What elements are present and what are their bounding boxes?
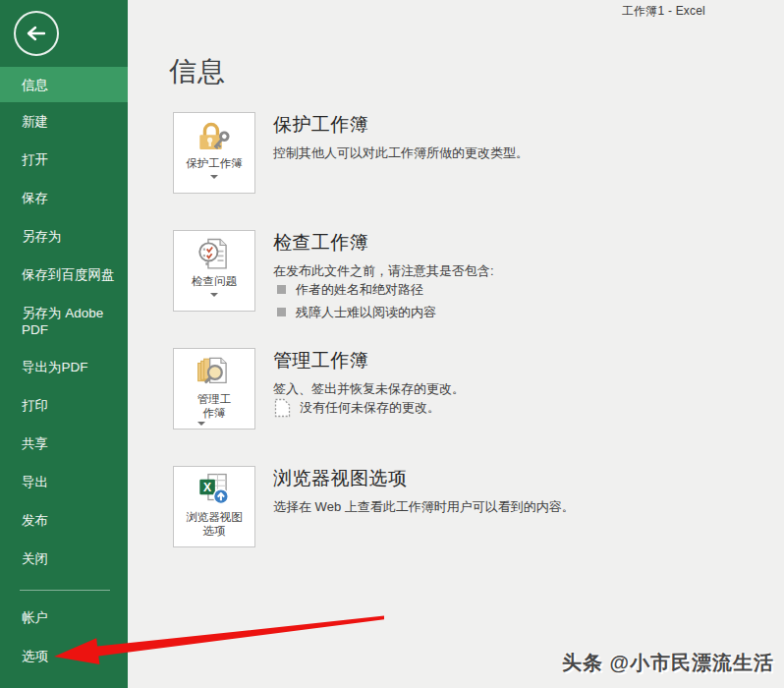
sidebar-item-save-to-baidu-netdisk[interactable]: 保存到百度网盘 — [0, 256, 128, 294]
unsaved-doc-icon — [274, 398, 291, 418]
excel-backstage-view: 工作簿1 - Excel 信息 新建 打开 保存 另存为 保存到百度网盘 另存为… — [0, 0, 784, 688]
sidebar-item-share[interactable]: 共享 — [0, 425, 128, 463]
list-item-text: 残障人士难以阅读的内容 — [296, 304, 436, 321]
dropdown-caret-icon — [210, 293, 218, 297]
manage-workbook-button[interactable]: 管理工 作簿 — [173, 348, 255, 430]
section-description: 控制其他人可以对此工作簿所做的更改类型。 — [273, 144, 529, 162]
sidebar-item-options[interactable]: 选项 — [0, 637, 128, 675]
sidebar-item-save[interactable]: 保存 — [0, 179, 128, 217]
section-heading: 浏览器视图选项 — [273, 466, 408, 491]
sidebar-item-label: 关闭 — [22, 550, 48, 567]
lock-key-icon — [196, 118, 233, 155]
dropdown-caret-icon — [210, 175, 218, 179]
sidebar-item-label: 导出 — [22, 474, 48, 490]
button-label: 检查问题 — [192, 274, 237, 288]
sidebar-item-new[interactable]: 新建 — [0, 102, 128, 141]
watermark: 头条 @小市民漂流生活 — [562, 650, 774, 676]
browser-view-options-button[interactable]: X 浏览器视图 选项 — [173, 466, 255, 547]
inspect-issues-list: 作者的姓名和绝对路径 残障人士难以阅读的内容 — [277, 281, 436, 326]
sidebar-item-label: 导出为PDF — [22, 359, 88, 375]
sidebar-item-label: 信息 — [22, 77, 48, 93]
section-description: 在发布此文件之前，请注意其是否包含: — [273, 262, 494, 280]
sidebar-item-close[interactable]: 关闭 — [0, 540, 128, 578]
check-for-issues-button[interactable]: 检查问题 — [173, 230, 255, 312]
sidebar-item-print[interactable]: 打印 — [0, 386, 128, 425]
sidebar-item-label: 发布 — [22, 512, 48, 529]
section-inspect-workbook: 检查问题 检查工作簿 在发布此文件之前，请注意其是否包含: 作者的姓名和绝对路径… — [173, 230, 723, 340]
button-label: 管理工 作簿 — [197, 392, 232, 426]
sidebar-item-label: 选项 — [22, 648, 48, 664]
back-button[interactable] — [14, 11, 59, 56]
section-protect-workbook: 保护工作簿 保护工作簿 控制其他人可以对此工作簿所做的更改类型。 — [173, 112, 723, 222]
browser-view-icon: X — [196, 472, 233, 509]
window-title: 工作簿1 - Excel — [622, 3, 705, 20]
section-heading: 保护工作簿 — [273, 112, 369, 138]
list-item: 作者的姓名和绝对路径 — [277, 281, 436, 304]
protect-workbook-button[interactable]: 保护工作簿 — [173, 112, 255, 194]
sidebar-item-export-as-pdf[interactable]: 导出为PDF — [0, 348, 128, 386]
section-heading: 检查工作簿 — [273, 230, 369, 256]
list-item-text: 作者的姓名和绝对路径 — [296, 281, 423, 299]
section-browser-view-options: X 浏览器视图 选项 浏览器视图选项 选择在 Web 上查看此工作簿时用户可以看… — [173, 466, 723, 576]
sidebar-item-label: 保存到百度网盘 — [22, 266, 115, 283]
svg-text:X: X — [203, 481, 211, 494]
sidebar-item-label: 保存 — [22, 190, 48, 206]
button-label: 保护工作簿 — [186, 156, 243, 170]
back-arrow-icon — [25, 22, 48, 45]
section-heading: 管理工作簿 — [273, 348, 369, 373]
sidebar-item-account[interactable]: 帐户 — [0, 599, 128, 637]
sidebar-divider — [20, 590, 110, 591]
square-bullet-icon — [277, 308, 286, 316]
dropdown-caret-icon — [197, 422, 205, 426]
sidebar-item-publish[interactable]: 发布 — [0, 501, 128, 540]
manage-versions-icon — [196, 354, 233, 391]
sidebar-item-label: 帐户 — [22, 609, 48, 626]
sidebar-item-label: 共享 — [22, 435, 48, 452]
sidebar-item-save-as[interactable]: 另存为 — [0, 217, 128, 256]
section-description: 签入、签出并恢复未保存的更改。 — [273, 380, 465, 398]
sidebar-item-export[interactable]: 导出 — [0, 463, 128, 501]
sidebar-nav: 信息 新建 打开 保存 另存为 保存到百度网盘 另存为 Adobe PDF 导出… — [0, 67, 128, 675]
section-description: 选择在 Web 上查看此工作簿时用户可以看到的内容。 — [273, 498, 575, 516]
backstage-sidebar: 信息 新建 打开 保存 另存为 保存到百度网盘 另存为 Adobe PDF 导出… — [0, 0, 128, 688]
button-label: 浏览器视图 选项 — [186, 510, 243, 538]
sidebar-item-label: 打印 — [22, 397, 48, 414]
inspect-document-icon — [196, 236, 233, 273]
sidebar-item-label: 打开 — [22, 151, 48, 168]
sidebar-item-save-as-adobe-pdf[interactable]: 另存为 Adobe PDF — [0, 294, 128, 348]
sidebar-item-label: 另存为 Adobe PDF — [22, 305, 118, 338]
unsaved-changes-status: 没有任何未保存的更改。 — [274, 397, 440, 418]
page-title: 信息 — [169, 53, 226, 90]
sidebar-item-info[interactable]: 信息 — [0, 67, 128, 102]
list-item: 残障人士难以阅读的内容 — [277, 304, 436, 326]
section-manage-workbook: 管理工 作簿 管理工作簿 签入、签出并恢复未保存的更改。 没有任何未保存的更改。 — [173, 348, 723, 458]
sidebar-item-label: 新建 — [22, 113, 48, 130]
sidebar-item-label: 另存为 — [22, 228, 62, 245]
sidebar-item-open[interactable]: 打开 — [0, 141, 128, 179]
square-bullet-icon — [277, 285, 286, 294]
status-text: 没有任何未保存的更改。 — [300, 399, 440, 417]
